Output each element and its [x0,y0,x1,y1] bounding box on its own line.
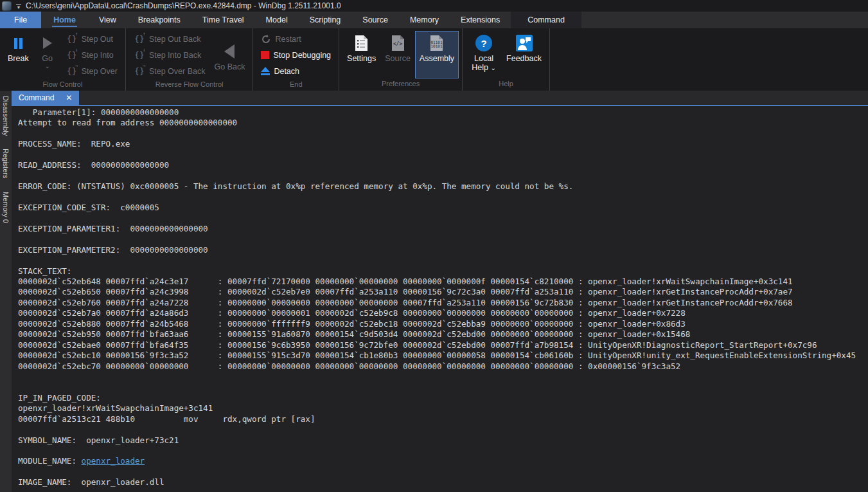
step-into-button[interactable]: ↓{} Step Into [63,47,121,63]
step-out-back-button[interactable]: ↑{} Step Out Back [130,31,209,47]
detach-label: Detach [274,67,299,76]
source-doc-icon: </> [391,35,405,51]
console-line: STACK_TEXT: [18,266,868,277]
svg-text:10101: 10101 [431,44,443,48]
console-line [18,192,868,203]
menu-tab-breakpoints[interactable]: Breakpoints [127,12,191,28]
module-name-link[interactable]: openxr_loader [82,456,145,466]
assembly-label: Assembly [420,54,454,63]
step-over-icon: →{} [66,66,78,76]
assembly-doc-icon: 01101 10101 [430,35,443,51]
feedback-button[interactable]: Feedback [502,31,546,78]
source-label: Source [385,54,411,63]
settings-label: Settings [347,54,376,63]
end-buttons-column: Restart Stop Debugging Detach [256,31,335,79]
flow-control-items: Break Go ⌄ ↑{} Step Out ↓{} Step Into →{… [0,28,125,79]
console-line: 0000002d`c52eb880 00007ffd`a24b5468 : 00… [18,319,868,329]
eject-icon [261,67,270,75]
feedback-icon [516,35,533,51]
menu-tab-model[interactable]: Model [255,12,299,28]
menu-tab-time-travel[interactable]: Time Travel [191,12,255,28]
console-line [18,129,868,139]
menubar: FileHomeViewBreakpointsTime TravelModelS… [0,12,868,28]
go-icon-wrap [43,32,52,54]
app-icon [2,1,12,11]
sidebar-tab-registers[interactable]: Registers [2,149,10,178]
menu-tab-label: Scripting [310,15,341,24]
menu-tab-command[interactable]: Command [511,12,581,28]
step-over-button[interactable]: →{} Step Over [63,63,121,79]
assembly-button[interactable]: 01101 10101 Assembly [415,31,459,78]
console-line: READ_ADDRESS: 0000000000000000 [18,160,868,170]
console-line [18,382,868,392]
sidebar-tab-disassembly[interactable]: Disassembly [2,96,10,136]
detach-button[interactable]: Detach [258,63,334,79]
console-line: EXCEPTION_PARAMETER2: 0000000000000000 [18,245,868,255]
restart-label: Restart [275,35,301,44]
console-line: 0000002d`c52ebc70 00000000`00000000 : 00… [18,361,868,372]
source-button[interactable]: </> Source [380,31,415,78]
menu-tab-label: Breakpoints [138,15,181,24]
assembly-icon-wrap: 01101 10101 [430,32,443,54]
menu-tab-home[interactable]: Home [41,12,88,28]
console-line: openxr_loader!xrWaitSwapchainImage+3c141 [18,403,868,414]
stop-debugging-button[interactable]: Stop Debugging [258,47,334,63]
close-icon[interactable]: ✕ [66,94,72,102]
console-line: MODULE_NAME: openxr_loader [18,456,868,466]
console-line: 0000002d`c52eb650 00007ffd`a24c3998 : 00… [18,287,868,297]
console-line [18,467,868,477]
menu-tab-scripting[interactable]: Scripting [299,12,352,28]
console-line: EXCEPTION_CODE_STR: c0000005 [18,203,868,213]
chevron-down-icon[interactable]: ⌄ [490,64,495,71]
ribbon-group-reverse-flow-control: ↑{} Step Out Back ↓{} Step Into Back →{}… [126,28,253,91]
step-over-label: Step Over [82,67,118,76]
tool-window-sidebar: DisassemblyRegistersMemory 0 [0,91,12,492]
step-over-back-button[interactable]: →{} Step Over Back [130,63,209,79]
step-out-label: Step Out [82,35,113,44]
document-area: Command ✕ Parameter[1]: 0000000000000000… [12,91,868,492]
ribbon-group-help: ? Local Help ⌄ Feedback Help [463,28,550,91]
feedback-icon-wrap [516,32,533,54]
menu-tab-source[interactable]: Source [351,12,399,28]
console-line: 0000002d`c52eb760 00007ffd`a24a7228 : 00… [18,298,868,308]
ribbon-group-preferences: Settings </> Source 01101 [339,28,463,91]
step-out-back-icon: ↑{} [134,34,145,44]
ribbon-group-label: Flow Control [0,79,125,91]
question-mark-icon: ? [475,35,492,51]
console-output[interactable]: Parameter[1]: 0000000000000000Attempt to… [12,106,868,492]
menu-tab-label: Time Travel [202,15,244,24]
console-line: ERROR_CODE: (NTSTATUS) 0xc0000005 - The … [18,181,868,192]
menu-tab-file[interactable]: File [0,12,41,28]
local-help-button[interactable]: ? Local Help ⌄ [466,31,502,78]
sidebar-tab-memory-0[interactable]: Memory 0 [2,192,10,223]
pause-icon [14,38,22,49]
console-line [18,234,868,244]
menu-tab-extensions[interactable]: Extensions [450,12,511,28]
console-line: IP_IN_PAGED_CODE: [18,393,868,403]
go-button[interactable]: Go ⌄ [33,31,62,79]
play-back-icon [224,44,235,59]
break-button[interactable]: Break [3,31,33,79]
settings-button[interactable]: Settings [342,31,380,78]
chevron-down-icon[interactable]: ⌄ [44,63,49,69]
document-tabstrip: Command ✕ [12,91,868,105]
restart-icon [261,34,271,44]
step-into-back-icon: ↓{} [134,50,145,60]
menu-tab-view[interactable]: View [88,12,127,28]
ribbon-group-label: Help [463,78,549,91]
console-line: Parameter[1]: 0000000000000000 [18,107,868,118]
window-title: C:\Users\geni\AppData\Local\CrashDumps\R… [26,1,341,10]
titlebar: ▼ C:\Users\geni\AppData\Local\CrashDumps… [0,0,868,12]
tab-command[interactable]: Command ✕ [12,91,79,105]
restart-button[interactable]: Restart [258,31,334,47]
go-back-button[interactable]: Go Back [209,31,249,79]
menu-tab-label: Home [52,14,77,27]
step-into-icon: ↓{} [66,50,78,60]
step-into-back-button[interactable]: ↓{} Step Into Back [130,47,209,63]
console-line: SYMBOL_NAME: openxr_loader+73c21 [18,435,868,446]
console-line [18,372,868,382]
console-line [18,171,868,181]
step-out-button[interactable]: ↑{} Step Out [63,31,121,47]
menu-tab-memory[interactable]: Memory [399,12,450,28]
quick-access-dropdown-icon[interactable]: ▼ [16,4,21,9]
